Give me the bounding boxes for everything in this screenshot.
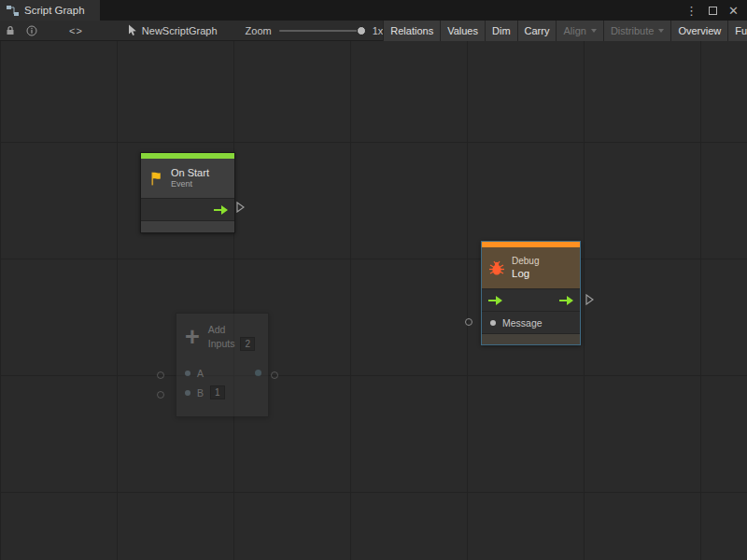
- input-b-value-field[interactable]: 1: [210, 385, 225, 399]
- input-row-a[interactable]: A: [176, 363, 268, 383]
- code-view-icon[interactable]: <>: [63, 21, 89, 41]
- tab-title: Script Graph: [24, 5, 85, 16]
- input-a-port[interactable]: [157, 371, 164, 379]
- node-on-start[interactable]: On Start Event: [140, 152, 235, 233]
- on-start-header: On Start Event: [141, 159, 234, 198]
- dim-button[interactable]: Dim: [485, 21, 517, 41]
- script-graph-window: Script Graph ⋮ ✕ <>: [0, 0, 747, 560]
- distribute-button[interactable]: Distribute: [603, 21, 670, 41]
- node-title-line1: Add: [208, 323, 255, 337]
- zoom-slider[interactable]: [279, 30, 365, 32]
- node-subtitle: Event: [171, 179, 209, 189]
- node-category: Debug: [512, 255, 539, 267]
- debug-output-port[interactable]: [585, 294, 594, 305]
- close-icon[interactable]: ✕: [728, 5, 739, 17]
- on-start-output-port[interactable]: [236, 202, 245, 213]
- carry-button[interactable]: Carry: [517, 21, 557, 41]
- maximize-icon[interactable]: [709, 7, 717, 15]
- value-port-dot: [185, 371, 190, 376]
- flow-output-arrow-icon[interactable]: [214, 205, 228, 215]
- dropdown-caret-icon: [591, 29, 597, 33]
- node-add-inputs[interactable]: + Add Inputs 2 A B 1: [176, 313, 269, 417]
- node-footer: [482, 333, 580, 344]
- plus-icon: +: [185, 327, 200, 347]
- flow-input-arrow-icon[interactable]: [488, 296, 502, 305]
- graph-name: NewScriptGraph: [128, 24, 218, 36]
- values-button[interactable]: Values: [440, 21, 485, 41]
- zoom-slider-knob[interactable]: [357, 26, 366, 35]
- value-output-dot: [255, 370, 261, 376]
- zoom-label: Zoom: [246, 25, 272, 36]
- toolbar-buttons: Relations Values Dim Carry Align Distrib…: [383, 21, 747, 41]
- input-row-b[interactable]: B 1: [176, 383, 268, 402]
- inputs-count-field[interactable]: 2: [240, 337, 255, 351]
- node-debug-log[interactable]: Debug Log: [481, 241, 581, 345]
- value-port-dot: [490, 320, 496, 326]
- on-start-flow-row: [141, 198, 234, 220]
- node-footer: [141, 220, 234, 232]
- debug-flow-row: [482, 288, 580, 311]
- node-title: Log: [512, 267, 539, 281]
- flag-icon: [148, 171, 164, 187]
- script-graph-icon: [7, 0, 19, 21]
- relations-button[interactable]: Relations: [383, 21, 440, 41]
- tab-script-graph[interactable]: Script Graph: [0, 0, 100, 21]
- input-b-label: B: [197, 387, 204, 399]
- zoom-value: 1x: [373, 25, 384, 36]
- node-title-line2: Inputs: [208, 337, 235, 351]
- window-controls: ⋮ ✕: [685, 0, 747, 21]
- flow-output-arrow-icon[interactable]: [559, 296, 573, 305]
- add-output-port[interactable]: [271, 371, 278, 379]
- cursor-icon: [128, 24, 137, 36]
- fullscreen-button[interactable]: Full S: [727, 21, 747, 41]
- overview-button[interactable]: Overview: [670, 21, 727, 41]
- graph-name-label: NewScriptGraph: [142, 25, 218, 36]
- graph-toolbar: <> NewScriptGraph Zoom 1x Relations Valu…: [0, 21, 747, 41]
- input-b-port[interactable]: [157, 391, 164, 399]
- align-button[interactable]: Align: [556, 21, 602, 41]
- input-a-label: A: [197, 368, 204, 379]
- message-input-port[interactable]: [465, 318, 472, 326]
- dropdown-caret-icon: [658, 29, 664, 33]
- value-port-dot: [185, 390, 190, 396]
- info-icon[interactable]: [21, 21, 43, 41]
- window-menu-icon[interactable]: ⋮: [685, 5, 698, 17]
- node-title: On Start: [171, 167, 209, 180]
- message-port-label: Message: [502, 317, 543, 329]
- add-inputs-header: + Add Inputs 2: [176, 314, 268, 357]
- graph-canvas[interactable]: On Start Event: [0, 41, 747, 560]
- lock-icon[interactable]: [0, 21, 21, 41]
- titlebar: Script Graph ⋮ ✕: [0, 0, 747, 21]
- zoom-control: Zoom 1x: [246, 25, 384, 36]
- message-input-row[interactable]: Message: [482, 311, 580, 333]
- debug-log-header: Debug Log: [482, 247, 580, 288]
- bug-icon: [488, 260, 505, 276]
